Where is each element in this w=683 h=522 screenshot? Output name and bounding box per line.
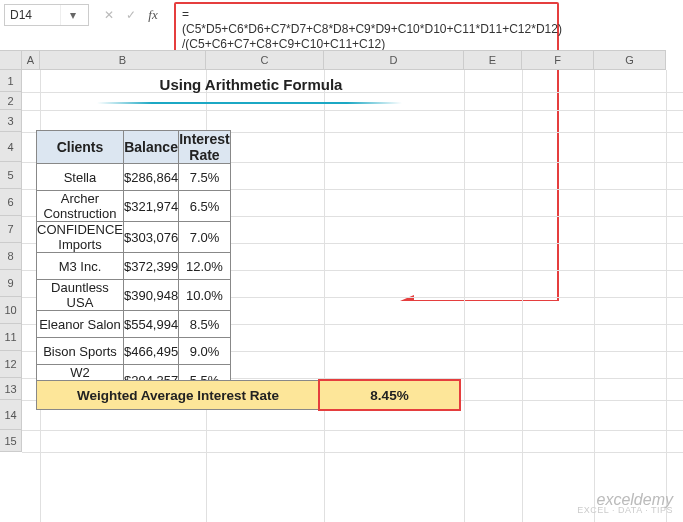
- cell-client[interactable]: Stella: [37, 164, 124, 191]
- cell-client[interactable]: Dauntless USA: [37, 280, 124, 311]
- cell-balance[interactable]: $390,948: [123, 280, 178, 311]
- col-A[interactable]: A: [22, 51, 40, 69]
- cell-rate[interactable]: 12.0%: [179, 253, 231, 280]
- row-9[interactable]: 9: [0, 270, 21, 297]
- row-3[interactable]: 3: [0, 110, 21, 132]
- row-11[interactable]: 11: [0, 324, 21, 351]
- data-table: Clients Balance Interest Rate Stella$286…: [36, 130, 231, 396]
- cell-balance[interactable]: $554,994: [123, 311, 178, 338]
- title-underline: [97, 102, 402, 104]
- cell-rate[interactable]: 9.0%: [179, 338, 231, 365]
- name-box[interactable]: ▾: [4, 4, 89, 26]
- cell-client[interactable]: M3 Inc.: [37, 253, 124, 280]
- col-G[interactable]: G: [594, 51, 666, 69]
- cell-rate[interactable]: 10.0%: [179, 280, 231, 311]
- table-row: Eleanor Salon$554,9948.5%: [37, 311, 231, 338]
- table-row: Bison Sports$466,4959.0%: [37, 338, 231, 365]
- col-C[interactable]: C: [206, 51, 324, 69]
- row-15[interactable]: 15: [0, 430, 21, 452]
- cell-rate[interactable]: 6.5%: [179, 191, 231, 222]
- col-E[interactable]: E: [464, 51, 522, 69]
- cell-balance[interactable]: $466,495: [123, 338, 178, 365]
- result-value[interactable]: 8.45%: [320, 380, 460, 410]
- formula-bar[interactable]: =(C5*D5+C6*D6+C7*D7+C8*D8+C9*D9+C10*D10+…: [174, 2, 559, 57]
- table-row: Stella$286,8647.5%: [37, 164, 231, 191]
- col-F[interactable]: F: [522, 51, 594, 69]
- row-headers[interactable]: 123456789101112131415: [0, 70, 22, 452]
- row-12[interactable]: 12: [0, 351, 21, 378]
- cell-client[interactable]: Bison Sports: [37, 338, 124, 365]
- row-4[interactable]: 4: [0, 132, 21, 162]
- name-box-input[interactable]: [5, 6, 60, 24]
- formula-line-1: =(C5*D5+C6*D6+C7*D7+C8*D8+C9*D9+C10*D10+…: [182, 7, 551, 37]
- row-8[interactable]: 8: [0, 243, 21, 270]
- cancel-icon[interactable]: ✕: [100, 8, 118, 22]
- watermark: exceldemy EXCEL · DATA · TIPS: [577, 494, 673, 516]
- cell-balance[interactable]: $303,076: [123, 222, 178, 253]
- row-6[interactable]: 6: [0, 189, 21, 216]
- formula-tools: ✕ ✓ fx: [100, 4, 162, 26]
- col-B[interactable]: B: [40, 51, 206, 69]
- cell-client[interactable]: CONFIDENCE Imports: [37, 222, 124, 253]
- enter-icon[interactable]: ✓: [122, 8, 140, 22]
- cell-balance[interactable]: $286,864: [123, 164, 178, 191]
- cell-balance[interactable]: $372,399: [123, 253, 178, 280]
- name-box-dropdown-icon[interactable]: ▾: [60, 5, 84, 25]
- row-7[interactable]: 7: [0, 216, 21, 243]
- column-headers[interactable]: A B C D E F G: [0, 50, 666, 70]
- header-rate: Interest Rate: [179, 131, 231, 164]
- header-clients: Clients: [37, 131, 124, 164]
- cell-balance[interactable]: $321,974: [123, 191, 178, 222]
- cell-rate[interactable]: 7.0%: [179, 222, 231, 253]
- row-5[interactable]: 5: [0, 162, 21, 189]
- table-row: CONFIDENCE Imports$303,0767.0%: [37, 222, 231, 253]
- cell-rate[interactable]: 7.5%: [179, 164, 231, 191]
- cell-rate[interactable]: 8.5%: [179, 311, 231, 338]
- cell-client[interactable]: Archer Construction: [37, 191, 124, 222]
- row-2[interactable]: 2: [0, 92, 21, 110]
- row-1[interactable]: 1: [0, 70, 21, 92]
- table-row: Archer Construction$321,9746.5%: [37, 191, 231, 222]
- result-label: Weighted Average Interest Rate: [36, 380, 320, 410]
- page-title: Using Arithmetic Formula: [36, 76, 466, 93]
- col-D[interactable]: D: [324, 51, 464, 69]
- cell-client[interactable]: Eleanor Salon: [37, 311, 124, 338]
- row-14[interactable]: 14: [0, 400, 21, 430]
- row-13[interactable]: 13: [0, 378, 21, 400]
- table-row: Dauntless USA$390,94810.0%: [37, 280, 231, 311]
- header-balance: Balance: [123, 131, 178, 164]
- row-10[interactable]: 10: [0, 297, 21, 324]
- table-row: M3 Inc.$372,39912.0%: [37, 253, 231, 280]
- fx-icon[interactable]: fx: [144, 7, 162, 23]
- result-row: Weighted Average Interest Rate 8.45%: [36, 380, 460, 410]
